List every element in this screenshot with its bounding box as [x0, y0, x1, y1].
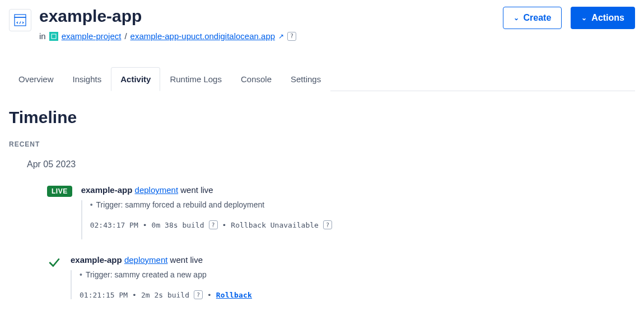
tab-overview[interactable]: Overview — [9, 67, 63, 91]
tabs: Overview Insights Activity Runtime Logs … — [9, 67, 635, 91]
chevron-down-icon: ⌄ — [514, 14, 519, 22]
external-link-icon[interactable]: ↗ — [278, 32, 284, 40]
app-icon — [9, 9, 31, 31]
timeline-event: example-app deployment went live • Trigg… — [47, 255, 635, 299]
in-label: in — [39, 31, 46, 41]
tab-settings[interactable]: Settings — [281, 67, 330, 91]
deployment-link[interactable]: deployment — [124, 255, 168, 265]
help-icon[interactable]: ? — [287, 32, 296, 41]
rollback-link[interactable]: Rollback — [216, 291, 252, 299]
tab-activity[interactable]: Activity — [111, 67, 160, 91]
project-icon — [49, 32, 58, 41]
trigger-line: • Trigger: sammy forced a rebuild and de… — [90, 200, 635, 209]
date-header: Apr 05 2023 — [27, 159, 635, 169]
actions-button[interactable]: ⌄ Actions — [571, 7, 635, 29]
rollback-unavailable: Rollback Unavailable — [231, 221, 319, 229]
checkmark-icon — [47, 255, 62, 272]
app-url-link[interactable]: example-app-upuct.ondigitalocean.app — [130, 31, 276, 41]
help-icon[interactable]: ? — [209, 220, 218, 229]
section-label: RECENT — [9, 140, 635, 148]
deployment-link[interactable]: deployment — [135, 185, 179, 195]
project-link[interactable]: example-project — [62, 31, 122, 41]
help-icon[interactable]: ? — [323, 220, 332, 229]
page-title: Timeline — [9, 108, 635, 127]
timeline-event: LIVE example-app deployment went live • … — [47, 185, 635, 239]
create-button[interactable]: ⌄ Create — [503, 7, 562, 29]
tab-runtime-logs[interactable]: Runtime Logs — [160, 67, 231, 91]
event-title: example-app deployment went live — [81, 185, 635, 195]
tab-console[interactable]: Console — [231, 67, 281, 91]
meta-line: 01:21:15 PM • 2m 2s build ? • Rollback — [80, 290, 635, 299]
chevron-down-icon: ⌄ — [581, 14, 587, 22]
svg-rect-1 — [15, 17, 26, 26]
app-title: example-app — [39, 7, 296, 26]
svg-rect-3 — [52, 34, 56, 39]
help-icon[interactable]: ? — [194, 290, 203, 299]
separator: / — [124, 31, 127, 41]
event-title: example-app deployment went live — [71, 255, 635, 265]
svg-line-2 — [20, 22, 21, 24]
tab-insights[interactable]: Insights — [63, 67, 111, 91]
trigger-line: • Trigger: sammy created a new app — [80, 270, 635, 279]
live-badge: LIVE — [47, 186, 72, 197]
meta-line: 02:43:17 PM • 0m 38s build ? • Rollback … — [90, 220, 635, 229]
bullet-icon: • — [80, 271, 82, 279]
bullet-icon: • — [90, 201, 93, 209]
svg-rect-0 — [15, 15, 26, 17]
breadcrumb: in example-project / example-app-upuct.o… — [39, 31, 296, 41]
